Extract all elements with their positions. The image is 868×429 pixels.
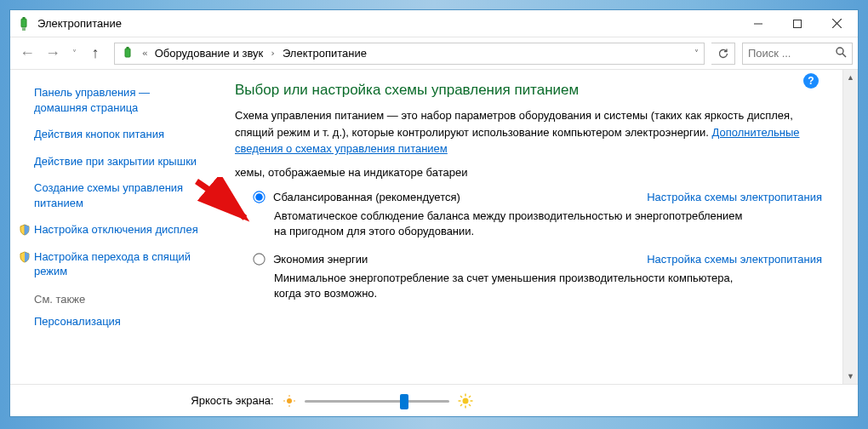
svg-line-21	[469, 404, 471, 406]
sidebar-personalization-link[interactable]: Персонализация	[34, 314, 199, 329]
nav-history-dropdown[interactable]: ˅	[66, 42, 82, 66]
shield-icon	[19, 224, 31, 236]
brightness-slider[interactable]	[305, 392, 449, 409]
svg-rect-7	[127, 47, 129, 49]
svg-line-9	[842, 54, 846, 57]
svg-point-15	[462, 398, 468, 403]
breadcrumb-segment[interactable]: Оборудование и звук	[155, 47, 264, 60]
sidebar: Панель управления — домашняя страница Де…	[10, 70, 211, 384]
scroll-track[interactable]	[843, 85, 858, 369]
svg-line-22	[469, 396, 471, 398]
plan-name: Сбалансированная (рекомендуется)	[273, 191, 460, 203]
chevron-down-icon[interactable]: ˅	[694, 49, 699, 58]
main-panel: ? Выбор или настройка схемы управления п…	[211, 70, 842, 384]
sun-bright-icon	[458, 393, 473, 409]
sidebar-home-link[interactable]: Панель управления — домашняя страница	[34, 85, 199, 115]
breadcrumb-sep: ›	[270, 48, 276, 59]
svg-rect-1	[23, 17, 26, 20]
address-bar[interactable]: « Оборудование и звук › Электропитание ˅	[114, 43, 705, 65]
plan-radio[interactable]	[253, 191, 265, 203]
plan-settings-link[interactable]: Настройка схемы электропитания	[647, 191, 822, 203]
svg-line-23	[460, 404, 462, 406]
plan-description: Минимальное энергопотребление за счет ум…	[274, 271, 751, 301]
plan-name: Экономия энергии	[273, 253, 368, 266]
brightness-label: Яркость экрана:	[191, 394, 273, 407]
footer-bar: Яркость экрана:	[10, 384, 858, 416]
sun-dim-icon	[283, 394, 296, 408]
search-icon[interactable]	[836, 47, 847, 60]
svg-rect-6	[125, 49, 130, 57]
app-icon	[17, 17, 31, 31]
svg-point-8	[837, 48, 843, 54]
page-description: Схема управления питанием — это набор па…	[235, 107, 822, 157]
slider-track	[305, 400, 449, 403]
close-button[interactable]	[817, 11, 856, 37]
sidebar-section-label: См. также	[34, 293, 199, 306]
svg-rect-0	[21, 19, 26, 27]
help-icon[interactable]: ?	[803, 73, 819, 89]
nav-bar: ← → ˅ ↑ « Оборудование и звук › Электроп…	[10, 37, 858, 70]
folder-icon	[120, 46, 135, 61]
plan-radio[interactable]	[253, 253, 265, 265]
nav-up-button[interactable]: ↑	[83, 42, 107, 66]
nav-back-button[interactable]: ←	[15, 42, 39, 66]
breadcrumb-segment[interactable]: Электропитание	[283, 47, 367, 60]
page-heading: Выбор или настройка схемы управления пит…	[235, 82, 822, 99]
power-plan: Сбалансированная (рекомендуется) Настрой…	[254, 191, 822, 239]
svg-line-20	[460, 396, 462, 398]
power-plan: Экономия энергии Настройка схемы электро…	[254, 253, 822, 301]
search-input[interactable]	[748, 47, 823, 60]
breadcrumb-sep: «	[142, 48, 148, 59]
plan-description: Автоматическое соблюдение баланса между …	[274, 209, 751, 239]
group-header: хемы, отображаемые на индикаторе батареи	[235, 166, 822, 179]
nav-forward-button[interactable]: →	[41, 42, 65, 66]
slider-thumb[interactable]	[400, 394, 408, 409]
maximize-button[interactable]	[778, 11, 817, 37]
sidebar-link[interactable]: Настройка перехода в спящий режим	[34, 249, 199, 279]
sidebar-link[interactable]: Настройка отключения дисплея	[34, 222, 199, 237]
scroll-up-button[interactable]: ▲	[843, 70, 858, 85]
sidebar-link[interactable]: Действия кнопок питания	[34, 127, 199, 142]
plan-settings-link[interactable]: Настройка схемы электропитания	[647, 253, 822, 266]
svg-rect-3	[794, 20, 802, 27]
minimize-button[interactable]	[739, 11, 778, 37]
window-title: Электропитание	[37, 17, 739, 30]
sidebar-link[interactable]: Действие при закрытии крышки	[34, 154, 199, 169]
svg-point-10	[287, 398, 292, 403]
vertical-scrollbar[interactable]: ▲ ▼	[842, 70, 858, 384]
search-box[interactable]	[742, 43, 853, 65]
refresh-button[interactable]	[711, 43, 735, 65]
shield-icon	[19, 251, 31, 263]
title-bar: Электропитание	[10, 10, 858, 37]
scroll-down-button[interactable]: ▼	[843, 369, 858, 384]
sidebar-link[interactable]: Создание схемы управления питанием	[34, 180, 199, 210]
